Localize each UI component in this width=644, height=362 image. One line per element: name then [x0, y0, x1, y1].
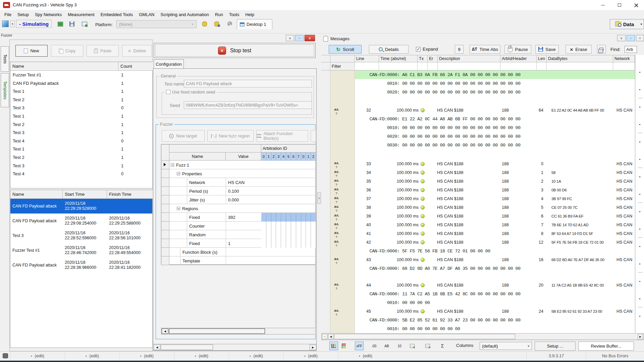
copy-rows-button[interactable] — [597, 45, 606, 54]
hex-dump-row[interactable]: 0010 : 00 00 00 00 — [321, 298, 644, 307]
seed-checkbox[interactable] — [166, 90, 170, 94]
run-mode-dropdown[interactable]: ▼ — [10, 20, 15, 27]
scroll-left-button[interactable]: ◀ — [162, 328, 168, 334]
expand-collapse-icon[interactable] — [177, 172, 180, 175]
menu-help[interactable]: Help — [242, 12, 257, 17]
minimize-button[interactable] — [595, 0, 610, 10]
ascii-display-toggle[interactable]: AB — [382, 342, 391, 350]
row-value[interactable]: 0.000 — [226, 195, 261, 204]
bit-cell[interactable] — [306, 222, 311, 230]
bit-cell[interactable] — [271, 239, 276, 248]
bit-cell[interactable] — [301, 239, 306, 248]
bit-cell[interactable] — [266, 222, 271, 230]
database-icon[interactable] — [201, 20, 209, 28]
expand-checkbox-group[interactable]: ✓ Expand — [416, 47, 438, 52]
messages-close-button[interactable]: × — [636, 35, 644, 41]
messages-restore-button[interactable]: ▫ — [627, 35, 635, 41]
hex-dump-row[interactable]: 0010 : 00 00 00 00 00 00 00 00 00 00 00 … — [321, 123, 644, 132]
test-row[interactable]: Test 40 — [10, 137, 152, 145]
row-selector[interactable] — [161, 204, 169, 213]
filter-cell[interactable] — [613, 62, 635, 70]
filter-cell[interactable] — [537, 62, 547, 70]
bit-cell[interactable] — [301, 213, 306, 222]
fuzz-grid-row[interactable]: Template — [161, 256, 316, 265]
stop-test-button[interactable]: × Stop test — [154, 43, 316, 58]
menu-setup[interactable]: Setup — [14, 12, 32, 17]
scroll-thumb[interactable] — [334, 334, 515, 339]
menu-tools[interactable]: Tools — [226, 12, 242, 17]
bit-cell[interactable] — [296, 222, 301, 230]
messages-collapse-button[interactable]: ∨ — [617, 35, 626, 41]
bit-cell[interactable] — [281, 222, 286, 230]
column-header-er[interactable]: Er — [428, 55, 438, 62]
test-row[interactable]: Test 11 — [10, 145, 152, 153]
platform-select[interactable]: (None) ∨ — [116, 20, 197, 28]
column-header-len[interactable]: Len — [537, 55, 547, 62]
row-selector[interactable] — [161, 169, 169, 178]
test-row[interactable]: Test 21 — [10, 96, 152, 104]
grid-header-value[interactable]: Value — [226, 153, 261, 161]
find-input[interactable]: Arb — [625, 46, 637, 53]
seed-field[interactable]: 08BWWfLKenc4ZB3z6zqTNG/89l/6BgcPaV9+TuVO… — [184, 101, 312, 109]
messages-list[interactable]: CAN-FD:0000 : A6 C1 B3 0A FB 66 2A F1 8A… — [321, 70, 644, 333]
filter-cell[interactable] — [418, 62, 428, 70]
bit-cell[interactable] — [281, 230, 286, 239]
status-edit-cell[interactable]: •(edit) — [338, 351, 393, 361]
hex-dump-row[interactable]: CAN-FD:0000 : 68 D2 8D A0 7E A7 DF A6 35… — [321, 264, 644, 273]
row-value[interactable] — [226, 248, 261, 256]
row-selector[interactable] — [161, 222, 169, 230]
bit-cell[interactable] — [261, 213, 266, 222]
scroll-thumb[interactable] — [169, 328, 265, 334]
message-row[interactable]: ?40100.000 msHS CAN $18818877B 6E 14 7D … — [321, 221, 644, 229]
decimal-display-toggle[interactable]: .00 — [370, 342, 378, 350]
test-row[interactable]: Fuzzer Test #11 — [10, 71, 152, 79]
hex-dump-row[interactable]: 0020 : 00 00 00 00 00 00 00 00 00 00 00 … — [321, 88, 644, 97]
grid-header-bit[interactable]: 2 — [311, 153, 316, 161]
test-row[interactable]: Test 11 — [10, 112, 152, 120]
expand-collapse-icon[interactable] — [177, 207, 180, 210]
bit-cell[interactable] — [296, 213, 301, 222]
collapse-button[interactable]: − — [322, 334, 327, 339]
fuzz-grid-row[interactable]: Fixed392 — [161, 213, 316, 222]
signal-list-icon[interactable] — [408, 342, 417, 350]
bit-cell[interactable] — [286, 222, 291, 230]
tab-tests[interactable]: Tests — [1, 46, 9, 72]
row-value[interactable] — [226, 256, 261, 265]
hex-dump-row[interactable]: CAN-FD:0000 : 5B E2 85 52 61 92 33 A7 23… — [321, 316, 644, 324]
status-edit-cell[interactable]: •(edit) — [174, 351, 229, 361]
test-row[interactable]: Test 30 — [10, 104, 152, 112]
test-row[interactable]: Test 21 — [10, 120, 152, 129]
message-row[interactable]: ?44100.000 msHS CAN $1881882011 7A C2 A5… — [321, 281, 644, 290]
test-row[interactable]: Test 21 — [10, 153, 152, 162]
hex-dump-row[interactable]: 0030 : 00 00 00 00 00 00 00 00 00 00 00 … — [321, 141, 644, 149]
bit-cell[interactable] — [291, 222, 296, 230]
details-button[interactable]: Details — [369, 45, 409, 54]
filter-cell[interactable] — [355, 62, 379, 70]
fuzz-grid-row[interactable]: Regions — [161, 204, 316, 213]
config-hscrollbar[interactable]: ◀ ▶ — [153, 344, 317, 351]
data-dropdown[interactable]: ▼ — [639, 19, 644, 29]
grid-header-name[interactable]: Name — [169, 153, 226, 161]
fuzz-grid-row[interactable]: Fixed1 — [161, 239, 316, 248]
row-value[interactable] — [226, 230, 261, 239]
bit-cell[interactable] — [286, 230, 291, 239]
grid-header-bit[interactable]: 6 — [291, 153, 296, 161]
hex-display-toggle[interactable]: xFF — [355, 342, 364, 350]
messages-hscrollbar[interactable]: − ◀ ▶ — [321, 333, 644, 340]
bit-cell[interactable] — [311, 213, 316, 222]
bit-cell[interactable] — [311, 239, 316, 248]
grid-header-bit[interactable]: 4 — [281, 153, 286, 161]
message-row[interactable]: ?36100.000 msHS CAN $18818830B 00 D6HS C… — [321, 186, 644, 194]
bit-cell[interactable] — [311, 222, 316, 230]
scroll-left-button[interactable]: ◀ — [328, 334, 333, 339]
grid-header-bit[interactable]: 2 — [271, 153, 276, 161]
message-row[interactable]: ?42100.000 msHS CAN $188188125F F5 7E 56… — [321, 238, 644, 247]
row-selector[interactable] — [161, 187, 169, 195]
filter-cell[interactable] — [379, 62, 418, 70]
delete-button[interactable]: × Delete — [122, 45, 152, 57]
test-row[interactable]: Test 40 — [10, 170, 152, 178]
save-setup-icon[interactable] — [68, 20, 76, 28]
message-row[interactable]: ?41100.000 msHS CAN $18818888F 53 64 A7 … — [321, 229, 644, 238]
status-edit-cell[interactable]: •(edit) — [229, 351, 283, 361]
message-row[interactable]: ?32100.000 msHS CAN $18818864E1 22 A2 0C… — [321, 106, 644, 115]
